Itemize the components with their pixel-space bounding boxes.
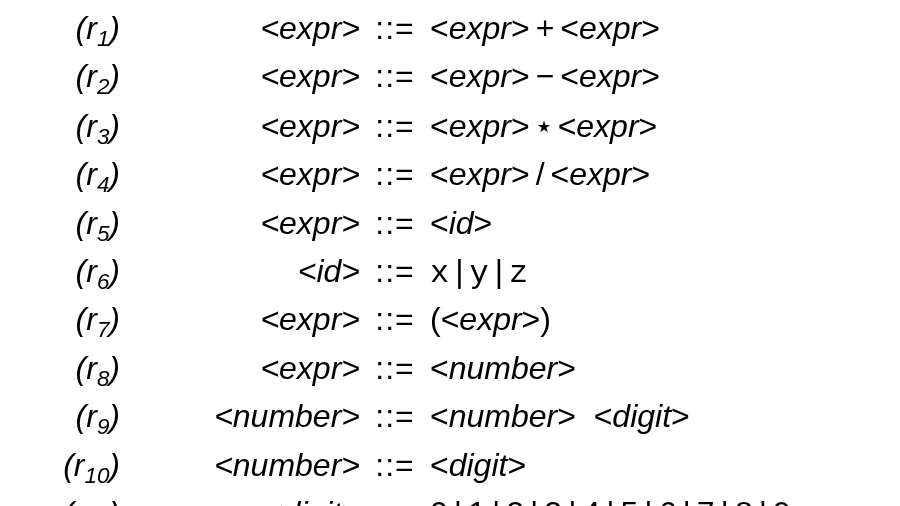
derives-symbol: ::= <box>360 447 430 484</box>
rule-letter: r <box>86 398 97 434</box>
rule-label: (r11) <box>20 495 120 506</box>
rule-lhs: <expr> <box>120 350 360 387</box>
alt-bar: | <box>486 495 506 506</box>
derives-symbol: ::= <box>360 253 430 290</box>
alt-bar: | <box>562 495 582 506</box>
alt-bar: | <box>448 495 468 506</box>
rule-number: 2 <box>97 75 109 100</box>
rule-letter: r <box>86 58 97 94</box>
rule-rhs: x|y|z <box>430 253 880 292</box>
rule-label: (r4) <box>20 156 120 198</box>
rule-rhs: <digit> <box>430 447 880 484</box>
rule-number: 5 <box>97 221 109 246</box>
alt-bar: | <box>524 495 544 506</box>
derives-symbol: ::= <box>360 10 430 47</box>
alt-bar: | <box>489 253 509 290</box>
terminal-text: 8 <box>735 495 753 506</box>
terminal-text: ( <box>430 301 441 337</box>
rule-letter: r <box>86 10 97 46</box>
terminal-text: 7 <box>697 495 715 506</box>
alt-bar: | <box>676 495 696 506</box>
rule-letter: r <box>74 447 85 483</box>
rule-label: (r9) <box>20 398 120 440</box>
operator: − <box>530 58 561 94</box>
terminal-text: ) <box>540 301 551 337</box>
terminal: y <box>470 255 489 292</box>
rule-rhs: <number> <digit> <box>430 398 880 435</box>
terminal: x <box>430 255 449 292</box>
rule-letter: r <box>86 301 97 337</box>
operator: / <box>530 156 551 192</box>
derives-symbol: ::= <box>360 205 430 242</box>
rule-rhs: <expr>⋆<expr> <box>430 107 880 145</box>
alt-bar: | <box>715 495 735 506</box>
terminal-text: 4 <box>582 495 600 506</box>
derives-symbol: ::= <box>360 398 430 435</box>
rule-letter: r <box>86 108 97 144</box>
rule-number: 10 <box>84 463 109 488</box>
grammar-definition: (r1)<expr>::=<expr>+<expr>(r2)<expr>::=<… <box>0 0 900 506</box>
rule-lhs: <expr> <box>120 301 360 338</box>
alt-bar: | <box>600 495 620 506</box>
rule-letter: r <box>86 205 97 241</box>
rule-label: (r6) <box>20 253 120 295</box>
rule-label: (r2) <box>20 58 120 100</box>
alt-bar: | <box>638 495 658 506</box>
rule-rhs: (<expr>) <box>430 301 880 338</box>
rule-lhs: <number> <box>120 398 360 435</box>
star-operator: ⋆ <box>530 108 558 144</box>
rule-rhs: <id> <box>430 205 880 242</box>
terminal-text: 2 <box>506 495 524 506</box>
rule-number: 8 <box>97 366 109 391</box>
rule-lhs: <expr> <box>120 108 360 145</box>
rule-label: (r7) <box>20 301 120 343</box>
terminal-text: 1 <box>468 495 486 506</box>
derives-symbol: ::= <box>360 301 430 338</box>
terminal-text: 5 <box>621 495 639 506</box>
rule-lhs: <id> <box>120 253 360 290</box>
rule-label: (r5) <box>20 205 120 247</box>
rule-number: 3 <box>97 124 109 149</box>
alt-bar: | <box>449 253 469 290</box>
rule-letter: r <box>74 495 85 506</box>
grammar-grid: (r1)<expr>::=<expr>+<expr>(r2)<expr>::=<… <box>20 10 880 506</box>
rule-number: 1 <box>97 26 109 51</box>
rule-lhs: <expr> <box>120 10 360 47</box>
rule-letter: r <box>86 350 97 386</box>
rule-number: 7 <box>97 318 109 343</box>
rule-rhs: <number> <box>430 350 880 387</box>
rule-lhs: <number> <box>120 447 360 484</box>
rule-lhs: <digit> <box>120 495 360 506</box>
rule-label: (r3) <box>20 108 120 150</box>
rule-rhs: <expr>/<expr> <box>430 156 880 193</box>
derives-symbol: ::= <box>360 108 430 145</box>
derives-symbol: ::= <box>360 156 430 193</box>
derives-symbol: ::= <box>360 350 430 387</box>
terminal-text: 0 <box>430 495 448 506</box>
rule-lhs: <expr> <box>120 58 360 95</box>
rule-label: (r10) <box>20 447 120 489</box>
rule-lhs: <expr> <box>120 205 360 242</box>
rule-letter: r <box>86 156 97 192</box>
rule-number: 6 <box>97 269 109 294</box>
alt-bar: | <box>753 495 773 506</box>
terminal-text: 3 <box>544 495 562 506</box>
terminal-text: 6 <box>659 495 677 506</box>
rule-rhs: <expr>+<expr> <box>430 10 880 47</box>
rule-label: (r1) <box>20 10 120 52</box>
rule-rhs: <expr>−<expr> <box>430 58 880 95</box>
derives-symbol: ::= <box>360 58 430 95</box>
rule-letter: r <box>86 253 97 289</box>
rule-label: (r8) <box>20 350 120 392</box>
operator: + <box>530 10 561 46</box>
rule-number: 4 <box>97 173 109 198</box>
derives-symbol: ::= <box>360 495 430 506</box>
terminal: z <box>509 255 528 292</box>
rule-lhs: <expr> <box>120 156 360 193</box>
rule-number: 9 <box>97 415 109 440</box>
terminal-text: 9 <box>773 495 791 506</box>
rule-rhs: 0|1|2|3|4|5|6|7|8|9 <box>430 495 880 506</box>
